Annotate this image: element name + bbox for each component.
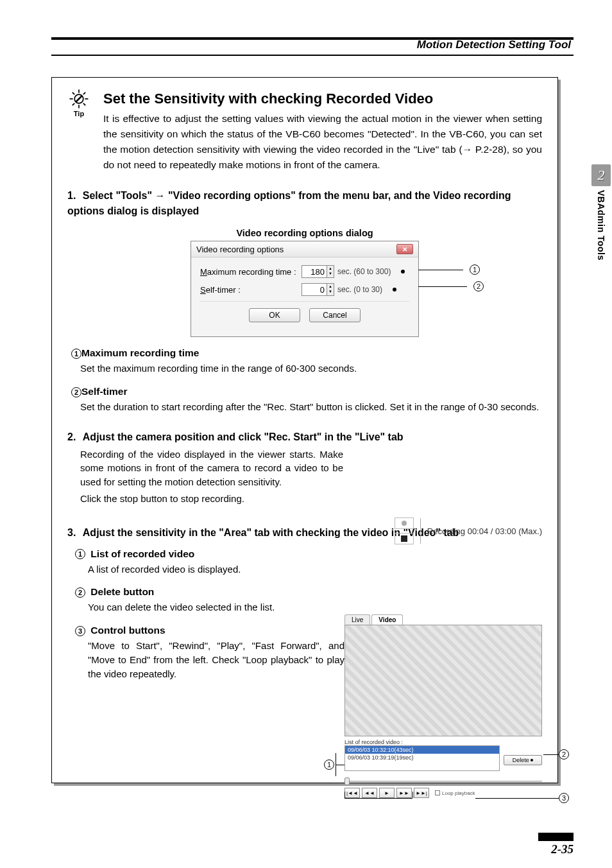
divider — [420, 518, 421, 544]
tip-title: Set the Sensitivity with checking Record… — [103, 91, 542, 107]
svg-line-7 — [83, 92, 85, 94]
leader-dot — [531, 759, 533, 761]
close-icon[interactable]: ✕ — [396, 244, 413, 254]
dialog-titlebar: Video recording options ✕ — [191, 241, 418, 257]
svg-line-5 — [72, 92, 74, 94]
recording-status-panel: Recording 00:04 / 03:00 (Max.) — [395, 517, 542, 544]
control-buttons-row: |◄◄ ◄◄ ► ►► ►►| Loop playback — [344, 788, 542, 798]
circled-1-icon: 1 — [75, 549, 85, 559]
callout-line — [336, 765, 344, 765]
dialog-caption: Video recording options dialog — [67, 228, 542, 238]
record-icon — [402, 521, 407, 526]
svg-line-9 — [76, 96, 82, 102]
dialog-row-self-timer: SSelf-timer :elf-timer : 0▲▼ sec. (0 to … — [200, 283, 409, 296]
rewind-button[interactable]: ◄◄ — [362, 788, 377, 798]
page-number: 2-35 — [551, 842, 574, 856]
callout-line-1 — [418, 270, 463, 270]
list-item[interactable]: 09/06/03 10:32:10(43sec) — [345, 746, 499, 754]
callout-brace — [336, 753, 336, 776]
step2-text: Adjust the camera position and click "Re… — [83, 431, 404, 442]
step3-item2-body: You can delete the video selected in the… — [88, 600, 332, 614]
callout-line-2 — [418, 286, 467, 287]
video-tab-figure: Live Video List of recorded video : 09/0… — [344, 614, 542, 798]
circled-2-icon: 2 — [75, 587, 85, 598]
chapter-number: 2 — [591, 164, 611, 186]
video-recording-options-dialog: Video recording options ✕ MMaximum recor… — [191, 241, 419, 337]
step1-heading: 1. Select "Tools" → "Video recording opt… — [67, 188, 542, 219]
callout-brace — [344, 798, 412, 799]
tab-live[interactable]: Live — [344, 614, 370, 625]
svg-line-6 — [83, 103, 85, 105]
max-recording-time-label: MMaximum recording time :aximum recordin… — [200, 267, 296, 277]
recorded-video-list[interactable]: 09/06/03 10:32:10(43sec) 09/06/03 10:39:… — [344, 745, 500, 771]
stop-icon — [401, 535, 407, 542]
figure-callout-3: 3 — [559, 793, 569, 803]
callout-line — [475, 798, 559, 799]
circled-3-icon: 3 — [75, 626, 85, 636]
slider-thumb-icon[interactable] — [344, 777, 350, 785]
tip-icon: Tip — [66, 88, 92, 120]
max-recording-time-range: sec. (60 to 300) — [337, 267, 391, 276]
stop-button[interactable] — [395, 533, 414, 544]
move-to-start-button[interactable]: |◄◄ — [344, 788, 360, 798]
side-tab-label: VBAdmin Tools — [596, 190, 606, 261]
tip-intro: It is effective to adjust the setting va… — [103, 111, 542, 173]
recording-status-text: Recording 00:04 / 03:00 (Max.) — [427, 526, 542, 536]
step2-heading: 2. Adjust the camera position and click … — [67, 430, 542, 445]
fast-forward-button[interactable]: ►► — [396, 788, 412, 798]
side-tab: 2 VBAdmin Tools — [590, 164, 612, 300]
record-button[interactable] — [395, 517, 414, 529]
loop-playback-checkbox[interactable]: Loop playback — [435, 790, 475, 796]
figure-callout-1: 1 — [324, 759, 334, 770]
page-number-bar — [538, 833, 574, 841]
svg-line-8 — [72, 103, 74, 105]
self-timer-input[interactable]: 0▲▼ — [302, 283, 327, 296]
step2-body-2: Click the stop button to stop recording. — [80, 492, 542, 506]
circled-2-icon: 2 — [71, 387, 81, 397]
step1-item2-heading: 2Self-timer — [71, 386, 542, 397]
step1-text: Select "Tools" → "Video recording option… — [67, 190, 511, 216]
playback-slider[interactable] — [344, 777, 542, 785]
dialog-title-text: Video recording options — [196, 245, 284, 254]
move-to-end-button[interactable]: ►►| — [414, 788, 429, 798]
step3-prefix: 3. — [67, 527, 76, 538]
play-button[interactable]: ► — [379, 788, 395, 798]
checkbox-icon[interactable] — [435, 790, 440, 795]
tab-video[interactable]: Video — [371, 614, 403, 625]
step1-item1-heading: 1Maximum recording time — [71, 347, 542, 359]
figure-callout-2: 2 — [559, 749, 569, 759]
step2-prefix: 2. — [67, 431, 76, 442]
delete-button[interactable]: Delete — [504, 755, 542, 765]
step3-item1-body: A list of recorded video is displayed. — [88, 562, 332, 577]
step1-item1-body: Set the maximum recording time in the ra… — [80, 361, 542, 376]
step1-prefix: 1. — [67, 190, 76, 201]
callout-brace — [412, 792, 413, 798]
step3-item1-heading: 1 List of recorded video — [75, 548, 542, 560]
cancel-button[interactable]: Cancel — [309, 308, 361, 322]
ok-button[interactable]: OK — [249, 308, 300, 322]
leader-dot — [393, 288, 396, 291]
recorded-video-list-label: List of recorded video : — [344, 739, 542, 745]
step2-body-1: Recording of the video displayed in the … — [80, 447, 343, 489]
max-recording-time-input[interactable]: 180▲▼ — [302, 265, 327, 278]
step3-item3-body: "Move to Start", "Rewind", "Play", "Fast… — [88, 639, 344, 681]
header-rule-thick — [51, 37, 574, 40]
callout-line — [543, 754, 559, 755]
loop-playback-label: Loop playback — [442, 790, 475, 796]
tip-label: Tip — [74, 110, 84, 117]
video-preview — [344, 625, 542, 736]
step1-item2-body: Set the duration to start recording afte… — [80, 400, 542, 414]
leader-dot — [401, 270, 405, 273]
header-rule-thin — [51, 55, 574, 56]
content-frame: Tip Set the Sensitivity with checking Re… — [51, 77, 558, 783]
dialog-body: MMaximum recording time :aximum recordin… — [191, 257, 418, 336]
callout-2-icon: 2 — [473, 281, 484, 291]
callout-brace — [344, 792, 345, 798]
section-title: Motion Detection Setting Tool — [417, 39, 571, 51]
circled-1-icon: 1 — [71, 349, 81, 359]
callout-1-icon: 1 — [470, 265, 480, 275]
step3-item2-heading: 2 Delete button — [75, 586, 542, 598]
self-timer-label: SSelf-timer :elf-timer : — [200, 285, 296, 295]
list-item[interactable]: 09/06/03 10:39:19(19sec) — [345, 754, 499, 761]
dialog-row-max-time: MMaximum recording time :aximum recordin… — [200, 265, 409, 278]
